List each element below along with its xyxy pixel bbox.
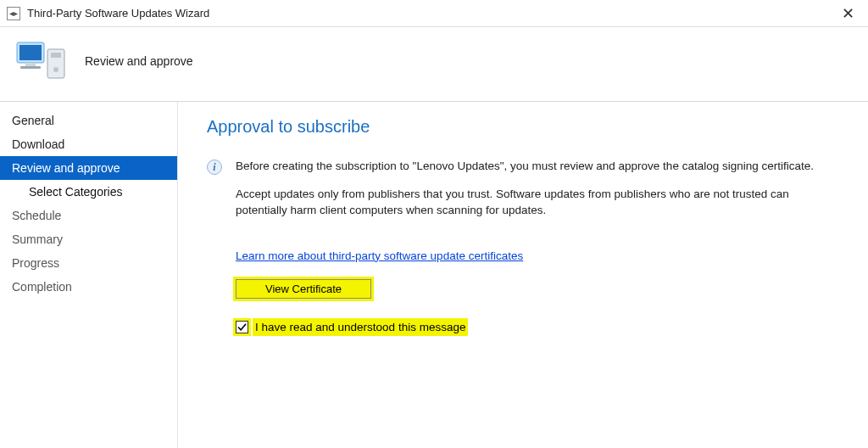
svg-rect-2	[25, 63, 36, 66]
wizard-header-title: Review and approve	[85, 54, 193, 68]
wizard-sysicon: ◂▸	[7, 7, 20, 20]
svg-rect-3	[20, 66, 41, 69]
wizard-header-icon	[15, 37, 70, 85]
view-certificate-button[interactable]: View Certificate	[236, 279, 371, 299]
wizard-header: Review and approve	[0, 27, 868, 102]
sidebar-item-progress[interactable]: Progress	[0, 251, 177, 275]
info-paragraph-1: Before creating the subscription to "Len…	[236, 159, 839, 175]
info-paragraph-2: Accept updates only from publishers that…	[236, 187, 839, 219]
wizard-sidebar: General Download Review and approve Sele…	[0, 102, 178, 448]
titlebar: ◂▸ Third-Party Software Updates Wizard ✕	[0, 0, 868, 27]
svg-rect-5	[51, 53, 61, 58]
info-row: i Before creating the subscription to "L…	[207, 159, 839, 231]
learn-more-link[interactable]: Learn more about third-party software up…	[236, 249, 523, 262]
understood-checkbox[interactable]	[236, 321, 248, 333]
window-title: Third-Party Software Updates Wizard	[27, 7, 835, 20]
sidebar-item-review-and-approve[interactable]: Review and approve	[0, 156, 177, 180]
sidebar-item-select-categories[interactable]: Select Categories	[0, 180, 177, 204]
svg-point-6	[53, 67, 58, 72]
info-icon: i	[207, 160, 222, 175]
info-text: Before creating the subscription to "Len…	[236, 159, 839, 231]
wizard-content: Approval to subscribe i Before creating …	[178, 102, 868, 448]
close-button[interactable]: ✕	[835, 6, 861, 21]
sidebar-item-download[interactable]: Download	[0, 132, 177, 156]
sidebar-item-summary[interactable]: Summary	[0, 227, 177, 251]
sidebar-item-completion[interactable]: Completion	[0, 275, 177, 299]
sidebar-item-schedule[interactable]: Schedule	[0, 204, 177, 227]
content-heading: Approval to subscribe	[207, 117, 839, 137]
sidebar-item-general[interactable]: General	[0, 109, 177, 132]
svg-rect-1	[19, 45, 42, 60]
understood-checkbox-label[interactable]: I have read and understood this message	[255, 321, 465, 333]
